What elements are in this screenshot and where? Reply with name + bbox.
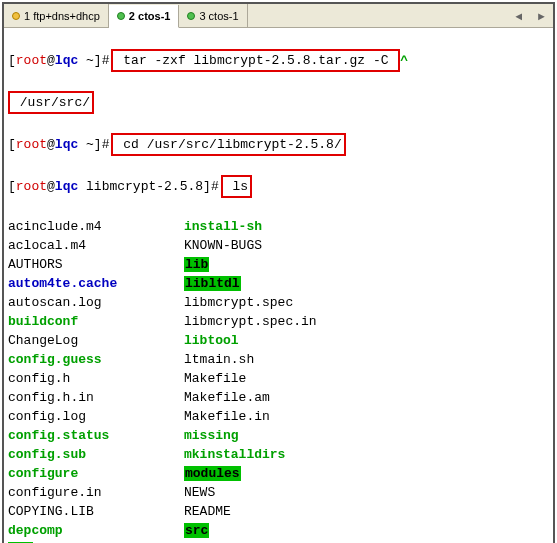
ls-entry: KNOWN-BUGS — [184, 238, 262, 253]
ls-row: AUTHORSlib — [8, 255, 549, 274]
tab-scroll-right-icon[interactable]: ► — [530, 10, 553, 22]
ls-entry: config.log — [8, 409, 86, 424]
ls-row: configure.inNEWS — [8, 483, 549, 502]
ls-row: autom4te.cachelibltdl — [8, 274, 549, 293]
ls-row: autoscan.loglibmcrypt.spec — [8, 293, 549, 312]
tab-label: 2 ctos-1 — [129, 10, 171, 22]
highlight-command-3: ls — [221, 175, 252, 198]
ls-row: COPYING.LIBREADME — [8, 502, 549, 521]
ls-output: acinclude.m4install-shaclocal.m4KNOWN-BU… — [8, 217, 549, 543]
tab-label: 3 ctos-1 — [199, 10, 238, 22]
ls-row: config.statusmissing — [8, 426, 549, 445]
ls-entry: mkinstalldirs — [184, 447, 285, 462]
ls-entry: config.h — [8, 371, 70, 386]
ls-entry: Makefile.in — [184, 409, 270, 424]
ls-entry: configure — [8, 466, 78, 481]
tab-scroll-left-icon[interactable]: ◄ — [507, 10, 530, 22]
ls-entry: buildconf — [8, 314, 78, 329]
tab-status-icon — [12, 12, 20, 20]
ls-entry: AUTHORS — [8, 257, 63, 272]
highlight-command-1b: /usr/src/ — [8, 91, 94, 114]
ls-entry: libmcrypt.spec — [184, 295, 293, 310]
terminal-output[interactable]: [root@lqc ~]# tar -zxf libmcrypt-2.5.8.t… — [4, 28, 553, 543]
ls-row: aclocal.m4KNOWN-BUGS — [8, 236, 549, 255]
tab-1[interactable]: 1 ftp+dns+dhcp — [4, 4, 109, 27]
ls-row: config.submkinstalldirs — [8, 445, 549, 464]
highlight-command-1a: tar -zxf libmcrypt-2.5.8.tar.gz -C — [111, 49, 400, 72]
ls-row: buildconflibmcrypt.spec.in — [8, 312, 549, 331]
tab-bar: 1 ftp+dns+dhcp 2 ctos-1 3 ctos-1 ◄ ► — [4, 4, 553, 28]
ls-entry: config.sub — [8, 447, 86, 462]
ls-entry: config.guess — [8, 352, 102, 367]
ls-entry: modules — [184, 466, 241, 481]
ls-entry: src — [184, 523, 209, 538]
ls-entry: missing — [184, 428, 239, 443]
tab-status-icon — [187, 12, 195, 20]
ls-entry: depcomp — [8, 523, 63, 538]
ls-entry: README — [184, 504, 231, 519]
ls-row: configuremodules — [8, 464, 549, 483]
ls-entry: ChangeLog — [8, 333, 78, 348]
ls-row: config.h.inMakefile.am — [8, 388, 549, 407]
ls-entry: ltmain.sh — [184, 352, 254, 367]
ls-entry: NEWS — [184, 485, 215, 500]
ls-entry: libmcrypt.spec.in — [184, 314, 317, 329]
ls-row: config.hMakefile — [8, 369, 549, 388]
highlight-command-2: cd /usr/src/libmcrypt-2.5.8/ — [111, 133, 345, 156]
ls-row: config.guessltmain.sh — [8, 350, 549, 369]
ls-entry: libltdl — [184, 276, 241, 291]
tab-status-icon — [117, 12, 125, 20]
ls-entry: configure.in — [8, 485, 102, 500]
tab-label: 1 ftp+dns+dhcp — [24, 10, 100, 22]
ls-row: depcompsrc — [8, 521, 549, 540]
ls-entry: autom4te.cache — [8, 276, 117, 291]
ls-entry: install-sh — [184, 219, 262, 234]
ls-entry: libtool — [184, 333, 239, 348]
ls-entry: Makefile — [184, 371, 246, 386]
ls-row: ChangeLoglibtool — [8, 331, 549, 350]
ls-entry: acinclude.m4 — [8, 219, 102, 234]
tab-3[interactable]: 3 ctos-1 — [179, 4, 247, 27]
ls-entry: config.status — [8, 428, 109, 443]
ls-entry: COPYING.LIB — [8, 504, 94, 519]
ls-entry: aclocal.m4 — [8, 238, 86, 253]
ls-row: config.logMakefile.in — [8, 407, 549, 426]
ls-entry: config.h.in — [8, 390, 94, 405]
ls-entry: lib — [184, 257, 209, 272]
ls-entry: autoscan.log — [8, 295, 102, 310]
ls-row: acinclude.m4install-sh — [8, 217, 549, 236]
ls-entry: Makefile.am — [184, 390, 270, 405]
tab-2[interactable]: 2 ctos-1 — [109, 5, 180, 28]
